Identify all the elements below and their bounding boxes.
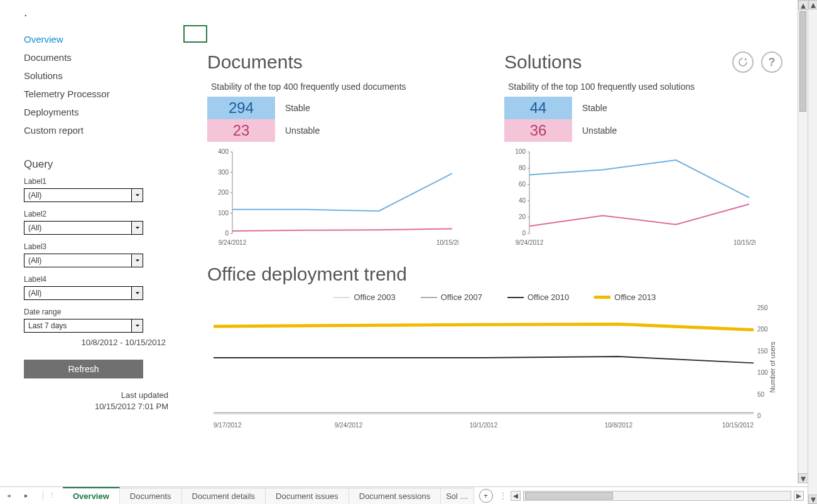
refresh-icon-button[interactable] xyxy=(732,51,754,73)
svg-text:60: 60 xyxy=(519,181,526,188)
sidebar: . Overview Documents Solutions Telemetry… xyxy=(0,0,182,483)
solutions-stable-count: 44 xyxy=(504,97,572,119)
nav-custom-report[interactable]: Custom report xyxy=(24,121,181,139)
window-vertical-scrollbar[interactable]: ▴ ▾ xyxy=(808,0,817,504)
sheet-menu-icon[interactable]: ⋮ xyxy=(43,491,55,500)
legend-2: Office 2010 xyxy=(528,292,569,302)
query-panel: Query Label1 (All) Label2 (All) Label3 (… xyxy=(0,139,182,412)
solutions-subtitle: Stability of the top 100 frequently used… xyxy=(508,82,782,92)
nav-overview[interactable]: Overview xyxy=(24,30,181,48)
svg-text:0: 0 xyxy=(225,230,229,237)
label4-value: (All) xyxy=(24,289,131,298)
label4-select[interactable]: (All) xyxy=(24,286,143,300)
solutions-stable-label: Stable xyxy=(582,103,607,113)
trend-legend: Office 2003 Office 2007 Office 2010 Offi… xyxy=(207,292,782,302)
documents-subtitle: Stability of the top 400 frequently used… xyxy=(211,82,485,92)
label2-select[interactable]: (All) xyxy=(24,221,143,235)
refresh-button[interactable]: Refresh xyxy=(24,360,143,378)
hscroll-left-icon[interactable]: ◂ xyxy=(511,491,521,501)
documents-stable-count: 294 xyxy=(207,97,275,119)
documents-chart: 01002003004009/24/201210/15/2012 xyxy=(207,147,458,247)
svg-text:20: 20 xyxy=(519,213,526,220)
documents-unstable-label: Unstable xyxy=(285,126,320,136)
sheet-prev-icon[interactable]: ◂ xyxy=(7,491,11,500)
svg-text:150: 150 xyxy=(757,348,768,355)
trend-ylabel: Number of users xyxy=(768,341,776,392)
pane-vertical-scrollbar[interactable]: ▴ ▾ xyxy=(798,0,808,483)
svg-text:9/24/2012: 9/24/2012 xyxy=(335,422,363,429)
nav-list: Overview Documents Solutions Telemetry P… xyxy=(24,18,181,139)
sheet-tabs: Overview Documents Document details Docu… xyxy=(63,487,474,504)
documents-stable-label: Stable xyxy=(285,103,310,113)
label3-label: Label3 xyxy=(24,242,182,251)
label1-value: (All) xyxy=(24,191,131,200)
new-sheet-button[interactable]: + xyxy=(479,489,493,503)
label1-select[interactable]: (All) xyxy=(24,188,143,202)
tab-more[interactable]: Sol … xyxy=(441,488,473,504)
svg-text:250: 250 xyxy=(757,304,768,311)
scroll-down-icon[interactable]: ▾ xyxy=(798,473,808,483)
last-updated-value: 10/15/2012 7:01 PM xyxy=(95,402,168,411)
svg-text:10/15/2012: 10/15/2012 xyxy=(733,239,755,246)
date-range-display: 10/8/2012 - 10/15/2012 xyxy=(24,338,168,347)
svg-text:40: 40 xyxy=(519,197,526,204)
sidebar-spacer: . xyxy=(24,0,181,18)
svg-text:100: 100 xyxy=(218,210,229,217)
tab-overview[interactable]: Overview xyxy=(63,487,120,504)
date-range-label: Date range xyxy=(24,308,182,316)
documents-title: Documents xyxy=(207,51,485,73)
trend-chart: 0501001502002509/17/20129/24/201210/1/20… xyxy=(207,304,779,430)
sheet-separator: ⋮ xyxy=(499,491,507,504)
tab-document-details[interactable]: Document details xyxy=(182,488,266,504)
label1-label: Label1 xyxy=(24,177,182,186)
svg-text:10/15/2012: 10/15/2012 xyxy=(722,422,754,429)
sheet-next-icon[interactable]: ▸ xyxy=(24,491,28,500)
documents-card: Documents Stability of the top 400 frequ… xyxy=(207,51,485,247)
last-updated-label: Last updated xyxy=(121,390,168,400)
legend-0: Office 2003 xyxy=(354,292,395,302)
svg-text:10/8/2012: 10/8/2012 xyxy=(605,422,633,429)
win-scroll-up-icon[interactable]: ▴ xyxy=(808,0,817,9)
query-title: Query xyxy=(24,158,182,171)
scroll-thumb[interactable] xyxy=(799,11,806,112)
hscroll-right-icon[interactable]: ▸ xyxy=(794,491,804,501)
help-icon-button[interactable]: ? xyxy=(761,51,782,73)
chevron-down-icon xyxy=(131,319,143,332)
hscroll-thumb[interactable] xyxy=(525,492,613,500)
svg-text:10/1/2012: 10/1/2012 xyxy=(470,422,498,429)
svg-text:100: 100 xyxy=(757,369,768,376)
nav-telemetry-processor[interactable]: Telemetry Processor xyxy=(24,85,181,103)
label3-select[interactable]: (All) xyxy=(24,254,143,267)
svg-text:10/15/2012: 10/15/2012 xyxy=(436,239,458,246)
svg-text:200: 200 xyxy=(757,326,768,333)
label2-value: (All) xyxy=(24,223,131,232)
svg-text:100: 100 xyxy=(515,148,526,155)
tab-document-sessions[interactable]: Document sessions xyxy=(349,488,441,504)
scroll-up-icon[interactable]: ▴ xyxy=(798,0,808,10)
svg-text:400: 400 xyxy=(218,148,229,155)
svg-text:0: 0 xyxy=(757,412,761,419)
svg-text:9/24/2012: 9/24/2012 xyxy=(219,239,247,246)
sheet-tab-bar: ◂ ▸ ⋮ Overview Documents Document detail… xyxy=(0,486,808,504)
svg-text:200: 200 xyxy=(218,189,229,196)
svg-text:0: 0 xyxy=(522,230,526,237)
tab-document-issues[interactable]: Document issues xyxy=(266,488,349,504)
trend-title: Office deployment trend xyxy=(207,264,782,285)
sheet-nav-buttons: ◂ ▸ ⋮ xyxy=(0,487,63,504)
tab-documents[interactable]: Documents xyxy=(120,488,182,504)
win-scroll-down-icon[interactable]: ▾ xyxy=(808,495,817,504)
svg-text:9/24/2012: 9/24/2012 xyxy=(516,239,544,246)
svg-text:9/17/2012: 9/17/2012 xyxy=(214,422,242,429)
nav-documents[interactable]: Documents xyxy=(24,48,181,67)
date-range-value: Last 7 days xyxy=(24,321,131,330)
svg-text:80: 80 xyxy=(519,164,526,171)
nav-deployments[interactable]: Deployments xyxy=(24,103,181,121)
hscroll-track[interactable] xyxy=(523,491,791,501)
svg-text:50: 50 xyxy=(757,391,765,398)
horizontal-scrollbar[interactable]: ◂ ▸ xyxy=(511,487,808,504)
solutions-unstable-count: 36 xyxy=(504,119,572,142)
active-cell[interactable] xyxy=(183,25,207,43)
date-range-select[interactable]: Last 7 days xyxy=(24,319,143,333)
solutions-chart: 0204060801009/24/201210/15/2012 xyxy=(504,147,755,247)
nav-solutions[interactable]: Solutions xyxy=(24,67,181,85)
